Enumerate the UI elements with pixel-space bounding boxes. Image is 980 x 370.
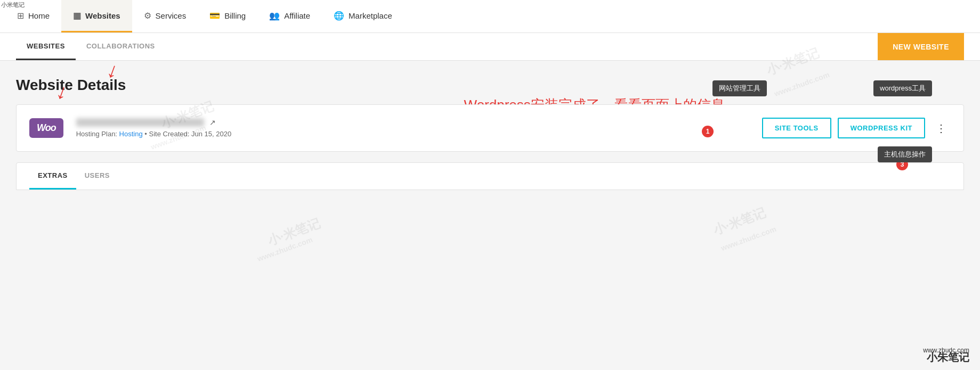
annotation-label-3: 主机信息操作 [878, 146, 932, 162]
tab-extras[interactable]: EXTRAS [29, 163, 76, 190]
site-meta: Hosting Plan: Hosting • Site Created: Ju… [76, 130, 762, 138]
nav-websites[interactable]: ▦ Websites [61, 0, 132, 32]
nav-services[interactable]: ⚙ Services [132, 0, 198, 32]
nav-billing[interactable]: 💳 Billing [198, 0, 257, 32]
nav-billing-label: Billing [224, 11, 246, 20]
site-actions: SITE TOOLS WORDPRESS KIT ⋮ [762, 118, 951, 138]
more-button[interactable]: ⋮ [932, 121, 951, 136]
signature: 小朱笔记 [927, 350, 969, 365]
tab-websites[interactable]: WEBSITES [16, 33, 76, 60]
nav-affiliate[interactable]: 👥 Affiliate [257, 0, 322, 32]
card-wrapper: 网站管理工具 wordpress工具 1 Woo ↗ Hosting Plan: [16, 104, 964, 152]
home-icon: ⊞ [17, 11, 24, 21]
woo-logo: Woo [29, 118, 63, 138]
annotation-circle-1: 1 [702, 126, 714, 137]
nav-services-label: Services [156, 11, 187, 20]
wordpress-kit-button[interactable]: WORDPRESS KIT [838, 118, 925, 138]
hosting-plan-link[interactable]: Hosting [119, 130, 145, 138]
nav-home-label: Home [28, 11, 50, 20]
site-created-label: Site Created: [149, 130, 189, 138]
marketplace-icon: 🌐 [334, 11, 344, 21]
signature-block: 小朱笔记 www.zhudc.com [923, 347, 969, 354]
nav-marketplace[interactable]: 🌐 Marketplace [322, 0, 404, 32]
main-content: Wordpress安装完成了，看看页面上的信息 Website Details … [0, 61, 980, 370]
website-card: Woo ↗ Hosting Plan: Hosting • Site Creat… [16, 104, 964, 152]
nav-marketplace-label: Marketplace [349, 11, 392, 20]
nav-affiliate-label: Affiliate [284, 11, 310, 20]
annotation-label-2: wordpress工具 [873, 80, 932, 96]
new-website-button[interactable]: NEW WEBSITE [878, 33, 964, 60]
billing-icon: 💳 [209, 11, 220, 21]
hosting-plan-label: Hosting Plan: [76, 130, 117, 138]
sub-nav: WEBSITES COLLABORATIONS NEW WEBSITE [0, 33, 980, 61]
services-icon: ⚙ [144, 11, 151, 21]
site-tools-button[interactable]: SITE TOOLS [762, 118, 831, 138]
tab-users[interactable]: USERS [76, 163, 118, 190]
affiliate-icon: 👥 [269, 11, 280, 21]
tab-collaborations[interactable]: COLLABORATIONS [76, 33, 166, 60]
top-logo: 小米笔记 [1, 1, 25, 9]
external-link-icon[interactable]: ↗ [209, 118, 216, 127]
bottom-tabs: EXTRAS USERS [16, 162, 964, 190]
sub-nav-tabs: WEBSITES COLLABORATIONS [16, 33, 166, 60]
top-nav: ⊞ Home ▦ Websites ⚙ Services 💳 Billing 👥… [0, 0, 980, 33]
websites-icon: ▦ [73, 11, 81, 21]
site-created-value: Jun 15, 2020 [191, 130, 231, 138]
page-wrapper: 小米笔记 ⊞ Home ▦ Websites ⚙ Services 💳 Bill… [0, 0, 980, 370]
annotation-label-1: 网站管理工具 [712, 80, 767, 96]
site-name-blur [76, 118, 204, 127]
site-info: ↗ Hosting Plan: Hosting • Site Created: … [76, 118, 762, 138]
site-name-row: ↗ [76, 118, 762, 127]
page-title: Website Details [16, 77, 964, 94]
nav-websites-label: Websites [85, 11, 120, 20]
